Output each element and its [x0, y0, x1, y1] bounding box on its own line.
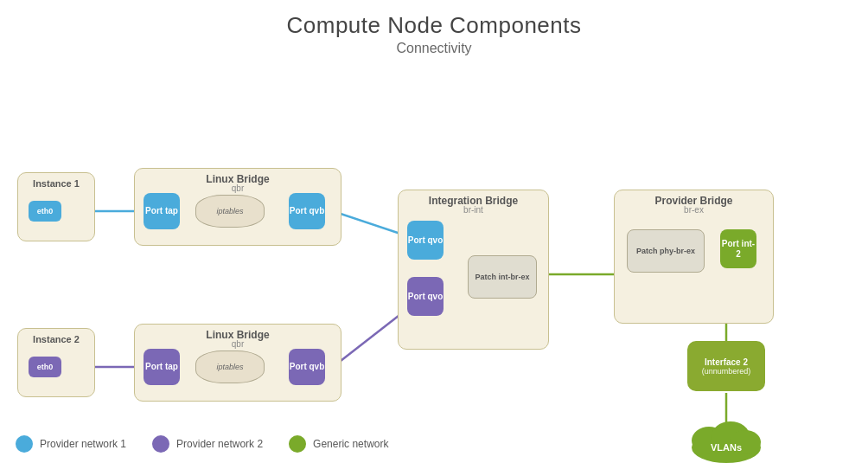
interface2-box: Interface 2 (unnumbered): [687, 341, 765, 391]
instance1-label: Instance 1: [18, 173, 94, 189]
vlans-cloud: VLANs: [683, 415, 769, 463]
provider-bridge-sublabel: br-ex: [615, 205, 773, 215]
integration-bridge-box: Integration Bridge br-int Port qvo Port …: [398, 190, 549, 350]
legend-dot-purple: [152, 435, 169, 453]
linux-bridge2-box: Linux Bridge qbr Port tap iptables Port …: [134, 324, 341, 402]
linux-bridge1-iptables: iptables: [195, 195, 265, 228]
instance2-eth0: eth0: [29, 357, 61, 377]
page-subtitle: Connectivity: [0, 41, 868, 56]
legend-network1: Provider network 1: [16, 435, 126, 453]
legend: Provider network 1 Provider network 2 Ge…: [16, 435, 388, 453]
linux-bridge2-port-qvb: Port qvb: [289, 349, 325, 385]
legend-network2-label: Provider network 2: [176, 438, 263, 450]
svg-text:VLANs: VLANs: [711, 442, 742, 453]
instance1-eth0: eth0: [29, 201, 61, 222]
provider-bridge-patch: Patch phy-br-ex: [627, 229, 705, 273]
provider-bridge-box: Provider Bridge br-ex Patch phy-br-ex Po…: [614, 190, 774, 324]
linux-bridge2-iptables: iptables: [195, 350, 265, 383]
interface2-label: Interface 2: [705, 357, 748, 367]
integration-bridge-patch: Patch int-br-ex: [468, 255, 537, 299]
integration-bridge-port-qvo2: Port qvo: [407, 277, 444, 316]
linux-bridge1-box: Linux Bridge qbr Port tap iptables Port …: [134, 168, 341, 246]
linux-bridge2-sublabel: qbr: [135, 339, 341, 349]
provider-bridge-port-int2: Port int-2: [720, 229, 756, 268]
interface2-sublabel: (unnumbered): [702, 367, 751, 376]
integration-bridge-sublabel: br-int: [399, 205, 548, 215]
diagram-area: Instance 1 eth0 Linux Bridge qbr Port ta…: [0, 60, 868, 440]
legend-network-generic-label: Generic network: [313, 438, 388, 450]
instance1-box: Instance 1 eth0: [17, 172, 95, 241]
instance2-label: Instance 2: [18, 329, 94, 344]
legend-dot-green: [289, 435, 306, 453]
legend-network1-label: Provider network 1: [40, 438, 126, 450]
legend-dot-blue: [16, 435, 33, 453]
legend-network2: Provider network 2: [152, 435, 263, 453]
linux-bridge1-port-qvb: Port qvb: [289, 193, 325, 229]
legend-network-generic: Generic network: [289, 435, 388, 453]
linux-bridge1-port-tap: Port tap: [144, 193, 180, 229]
instance2-box: Instance 2 eth0: [17, 328, 95, 397]
linux-bridge1-sublabel: qbr: [135, 183, 341, 193]
page-title: Compute Node Components: [0, 0, 868, 39]
linux-bridge2-port-tap: Port tap: [144, 349, 180, 385]
integration-bridge-port-qvo1: Port qvo: [407, 221, 444, 260]
